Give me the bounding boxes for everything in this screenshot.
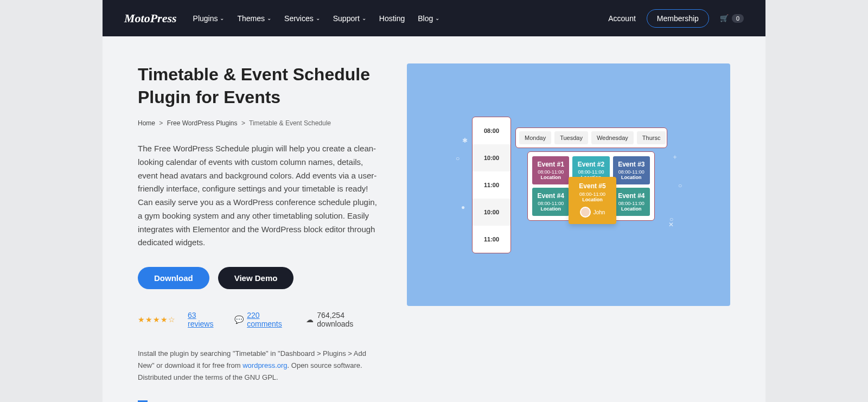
time-cell: 10:00	[473, 199, 510, 226]
avatar-icon	[580, 207, 591, 218]
breadcrumb-home[interactable]: Home	[138, 119, 155, 127]
chevron-down-icon: ⌄	[316, 15, 320, 21]
nav-plugins[interactable]: Plugins⌄	[193, 14, 225, 23]
header-left: MotoPress Plugins⌄ Themes⌄ Services⌄ Sup…	[124, 11, 439, 25]
chevron-down-icon: ⌄	[220, 15, 224, 21]
nav-themes[interactable]: Themes⌄	[237, 14, 271, 23]
deco-icon: ✕	[668, 221, 674, 228]
breadcrumb-current: Timetable & Event Schedule	[249, 119, 331, 127]
install-note: Install the plugin by searching "Timetab…	[138, 348, 380, 384]
deco-icon: ＋	[672, 152, 678, 162]
event-card: Event #4 08:00-11:00 Location	[532, 188, 569, 216]
product-description: The Free WordPress Schedule plugin will …	[138, 142, 380, 250]
book-icon	[138, 400, 148, 402]
event-card: Event #4 08:00-11:00 Location	[613, 188, 650, 216]
deco-icon: ○	[678, 182, 682, 189]
downloads-stat: ☁ 764,254 downloads	[306, 311, 380, 328]
chevron-down-icon: ⌄	[435, 15, 439, 21]
product-info-column: Timetable & Event Schedule Plugin for Ev…	[138, 63, 380, 402]
cta-buttons: Download View Demo	[138, 267, 380, 289]
main-nav: Plugins⌄ Themes⌄ Services⌄ Support⌄ Host…	[193, 14, 440, 23]
time-cell: 11:00	[473, 226, 510, 253]
time-cell: 08:00	[473, 117, 510, 144]
account-link[interactable]: Account	[608, 14, 636, 23]
event-card: Event #1 08:00-11:00 Location	[532, 156, 569, 184]
product-stats: ★★★★☆ 63 reviews 💬 220 comments ☁ 764,25…	[138, 311, 380, 328]
product-illustration: ✱ ○ ● ＋ ○ ○ ✕ 08:00 10:00 11:00 10:00 11…	[407, 63, 730, 306]
day-chip: Thursc	[637, 131, 666, 144]
resource-links: Documentation Forum	[138, 400, 380, 402]
nav-services[interactable]: Services⌄	[284, 14, 320, 23]
reviews-link[interactable]: 63 reviews	[188, 311, 222, 328]
membership-button[interactable]: Membership	[647, 9, 709, 28]
main-content: Timetable & Event Schedule Plugin for Ev…	[103, 36, 765, 402]
view-demo-button[interactable]: View Demo	[218, 267, 294, 289]
deco-icon: ✱	[462, 137, 468, 144]
day-chip: Wednesday	[591, 131, 634, 144]
page-title: Timetable & Event Schedule Plugin for Ev…	[138, 63, 380, 109]
nav-support[interactable]: Support⌄	[333, 14, 366, 23]
time-column: 08:00 10:00 11:00 10:00 11:00	[472, 117, 511, 253]
breadcrumb: Home > Free WordPress Plugins > Timetabl…	[138, 119, 380, 127]
deco-icon: ○	[456, 155, 459, 162]
chevron-down-icon: ⌄	[362, 15, 366, 21]
day-chip: Tuesday	[554, 131, 588, 144]
wordpress-org-link[interactable]: wordpress.org	[242, 361, 287, 369]
cart-link[interactable]: 🛒 0	[720, 14, 744, 23]
documentation-link[interactable]: Documentation	[138, 400, 380, 402]
download-button[interactable]: Download	[138, 267, 209, 289]
nav-hosting[interactable]: Hosting	[379, 14, 405, 23]
breadcrumb-section[interactable]: Free WordPress Plugins	[167, 119, 238, 127]
main-header: MotoPress Plugins⌄ Themes⌄ Services⌄ Sup…	[103, 0, 765, 36]
cart-count-badge: 0	[732, 14, 744, 23]
download-icon: ☁	[306, 315, 314, 324]
star-rating-icon: ★★★★☆	[138, 315, 176, 324]
nav-blog[interactable]: Blog⌄	[418, 14, 439, 23]
header-right: Account Membership 🛒 0	[608, 9, 744, 28]
comment-icon: 💬	[234, 315, 244, 324]
cart-icon: 🛒	[720, 14, 729, 22]
event-popup: Event #5 08:00-11:00 Location John	[569, 177, 616, 224]
logo[interactable]: MotoPress	[124, 11, 177, 25]
comments-link[interactable]: 220 comments	[247, 311, 294, 328]
day-chip: Monday	[519, 131, 551, 144]
event-card: Event #3 08:00-11:00 Location	[613, 156, 650, 184]
comments-stat: 💬 220 comments	[234, 311, 294, 328]
time-cell: 10:00	[473, 144, 510, 171]
chevron-down-icon: ⌄	[267, 15, 271, 21]
time-cell: 11:00	[473, 171, 510, 199]
days-row: Monday Tuesday Wednesday Thursc	[515, 127, 667, 148]
downloads-count: 764,254 downloads	[317, 311, 380, 328]
deco-icon: ●	[461, 203, 465, 211]
